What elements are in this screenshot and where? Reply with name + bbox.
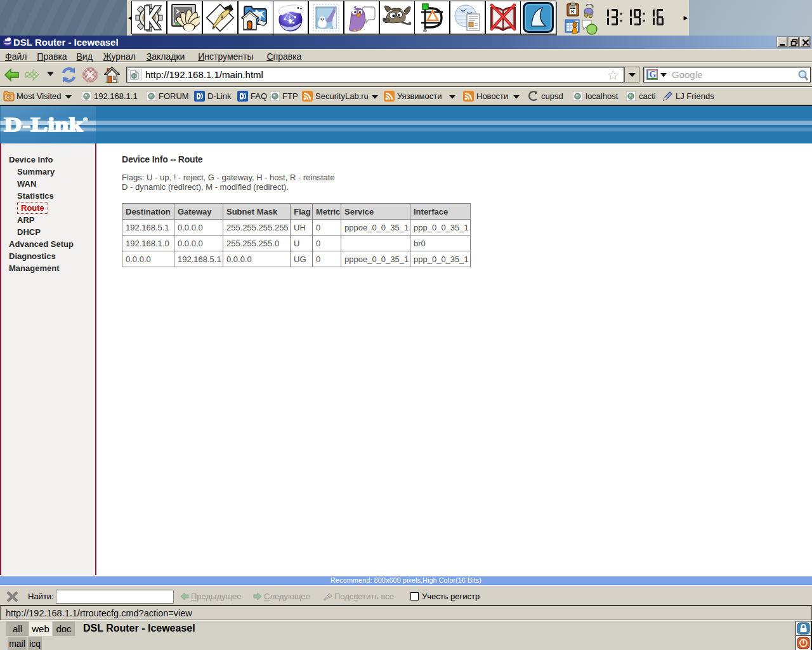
svg-text:K: K xyxy=(571,9,575,15)
